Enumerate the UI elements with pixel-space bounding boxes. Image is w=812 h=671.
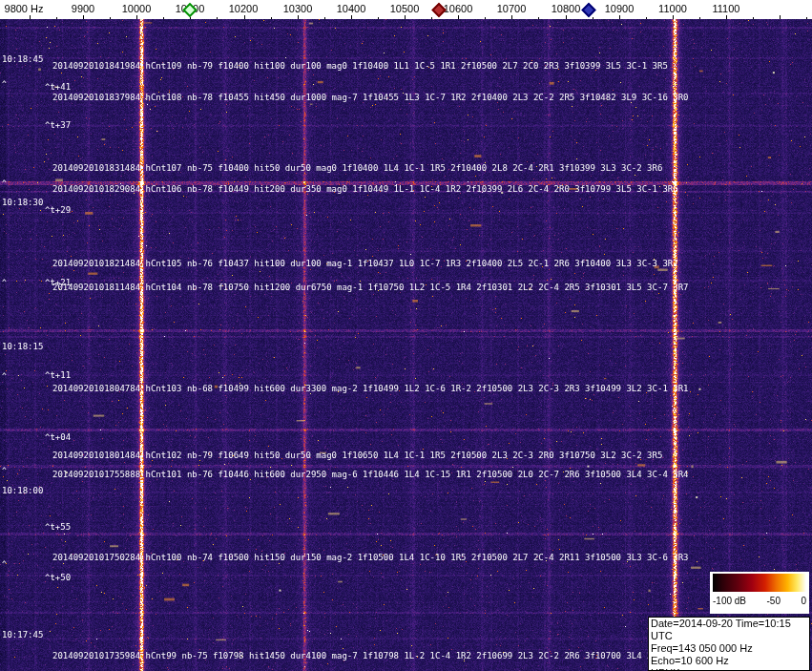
- axis-tick: [110, 17, 111, 19]
- info-frequency: Freq=143 050 000 Hz: [651, 642, 807, 655]
- db-scale-panel: -100 dB -50 0: [710, 572, 809, 614]
- axis-tick: [538, 17, 539, 19]
- axis-tick: [485, 17, 486, 19]
- axis-tick: [378, 17, 379, 19]
- axis-label: 9900: [72, 3, 94, 14]
- axis-tick: [566, 15, 567, 19]
- spectrogram-canvas[interactable]: [0, 19, 812, 671]
- axis-label: 10400: [337, 3, 366, 14]
- axis-tick: [298, 15, 299, 19]
- axis-label: 10800: [552, 3, 581, 14]
- axis-tick: [136, 15, 137, 19]
- axis-label: 10500: [390, 3, 420, 14]
- info-echo: Echo=10 600 Hz: [651, 655, 807, 667]
- axis-tick: [163, 17, 164, 19]
- axis-label: 10900: [605, 3, 635, 14]
- frequency-axis: 9800 Hz990010000101001020010300104001050…: [0, 0, 812, 19]
- axis-tick: [56, 17, 57, 19]
- db-scale-gradient: [713, 574, 806, 592]
- axis-label: 10300: [283, 3, 313, 14]
- axis-label: 9800 Hz: [5, 3, 44, 14]
- axis-tick: [217, 17, 218, 19]
- db-scale-max-label: 0: [801, 596, 806, 606]
- axis-tick: [646, 17, 647, 19]
- axis-label: 10000: [122, 3, 152, 14]
- axis-tick: [699, 17, 700, 19]
- info-station-code: HPHK: [651, 667, 807, 671]
- axis-tick: [673, 15, 674, 19]
- app-window: 9800 Hz990010000101001020010300104001050…: [0, 0, 812, 671]
- axis-tick: [458, 15, 459, 19]
- axis-label: 10700: [497, 3, 527, 14]
- db-scale-labels: -100 dB -50 0: [713, 596, 806, 606]
- axis-tick: [753, 17, 754, 19]
- axis-tick: [351, 15, 352, 19]
- axis-label: 10200: [229, 3, 259, 14]
- axis-tick: [619, 15, 620, 19]
- axis-tick: [780, 15, 781, 19]
- axis-tick: [83, 15, 84, 19]
- axis-tick: [806, 17, 807, 19]
- axis-label: 11000: [658, 3, 687, 14]
- axis-tick: [30, 15, 31, 19]
- axis-tick: [511, 15, 512, 19]
- axis-tick: [431, 17, 432, 19]
- axis-label: 10600: [444, 3, 473, 14]
- db-scale-min-label: -100 dB: [713, 596, 746, 606]
- freq-marker-blue-icon[interactable]: [581, 3, 596, 18]
- axis-tick: [244, 15, 245, 19]
- axis-tick: [405, 15, 406, 19]
- observation-info-box: Date=2014-09-20 Time=10:15 UTC Freq=143 …: [648, 617, 810, 671]
- axis-tick: [271, 17, 272, 19]
- axis-tick: [726, 15, 727, 19]
- axis-tick: [324, 17, 325, 19]
- axis-label: 11100: [713, 3, 740, 14]
- axis-tick: [593, 17, 593, 19]
- db-scale-mid-label: -50: [767, 596, 781, 606]
- info-date-time: Date=2014-09-20 Time=10:15 UTC: [651, 618, 807, 642]
